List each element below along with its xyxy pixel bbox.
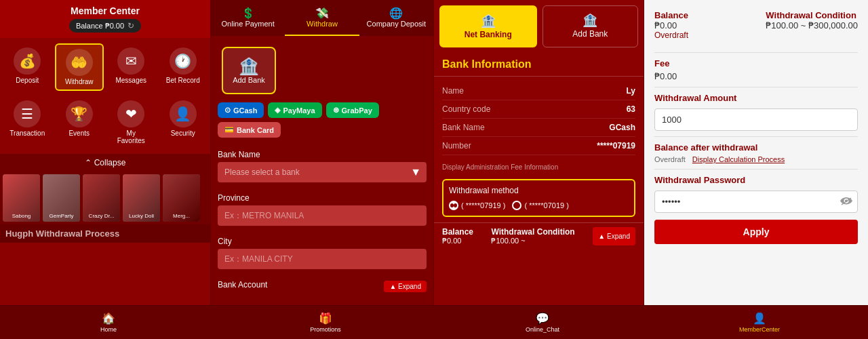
- deposit-label: Deposit: [16, 77, 39, 84]
- radio-label-2: ( *****07019 ): [524, 201, 568, 210]
- game-thumb-crazy-dr[interactable]: Crazy Dr...: [83, 174, 120, 222]
- nav-online-chat-label: Online_Chat: [526, 326, 559, 333]
- bank-expand-label: Expand: [607, 233, 630, 240]
- collapse-bar[interactable]: ⌃ Collapse: [0, 154, 210, 172]
- balance-bar: Balance ₱0.00 ↻: [69, 19, 141, 33]
- watermark-text: Hugph Withdrawal Process: [5, 228, 119, 239]
- fee-label: Fee: [654, 58, 858, 68]
- bank-name-select[interactable]: Please select a bank: [218, 162, 427, 182]
- withdrawal-amount-input[interactable]: [654, 108, 858, 131]
- tab-net-banking[interactable]: 🏦 Net Banking: [439, 5, 537, 47]
- city-label: City: [218, 237, 427, 246]
- admin-fee-link[interactable]: Display Administration Fee Information: [434, 161, 644, 174]
- game-thumb-gemparty[interactable]: GemParty: [43, 174, 80, 222]
- company-deposit-icon: 🌐: [362, 7, 431, 20]
- radio-label-1: ( *****07919 ): [461, 201, 505, 210]
- bank-tabs: 🏦 Net Banking 🏦 Add Bank: [434, 0, 644, 53]
- sidebar-item-events[interactable]: 🏆 Events: [55, 96, 104, 148]
- balance-label-right: Balance: [654, 10, 688, 20]
- bank-balance-value: ₱0.00: [442, 237, 473, 245]
- online-payment-icon: 💲: [214, 7, 282, 20]
- condition-label-right: Withdrawal Condition: [766, 10, 858, 20]
- payment-logo-gcash[interactable]: ⊙ GCash: [218, 102, 264, 118]
- bank-info-val-name: Ly: [626, 86, 635, 96]
- game-thumb-lucky-doll[interactable]: Lucky Doll: [123, 174, 160, 222]
- calc-process-link[interactable]: Display Calculation Process: [692, 155, 785, 163]
- messages-label: Messages: [115, 77, 146, 84]
- paymaya-label: PayMaya: [283, 106, 315, 115]
- withdraw-label: Withdraw: [65, 78, 94, 85]
- province-input[interactable]: [218, 205, 427, 226]
- bank-info-key-country: Country code: [442, 104, 490, 114]
- nav-home[interactable]: 🏠 Home: [0, 306, 217, 339]
- sidebar-item-my-favorites[interactable]: ❤ MyFavorites: [106, 96, 156, 148]
- city-input[interactable]: [218, 249, 427, 269]
- sidebar-item-withdraw[interactable]: 🤲 Withdraw: [55, 43, 104, 91]
- payment-logo-bankcard[interactable]: 💳 Bank Card: [218, 122, 281, 138]
- sidebar-item-bet-record[interactable]: 🕐 Bet Record: [159, 43, 208, 91]
- company-deposit-label: Company Deposit: [367, 20, 426, 28]
- bank-info-row-bankname: Bank Name GCash: [442, 119, 635, 137]
- game-thumb-label-gemparty: GemParty: [49, 213, 73, 219]
- my-favorites-icon: ❤: [117, 100, 144, 127]
- bankcard-label: Bank Card: [237, 126, 274, 134]
- radio-dot-1: [449, 201, 458, 210]
- nav-promotions[interactable]: 🎁 Promotions: [217, 306, 434, 339]
- withdrawal-method-box: Withdrawal method ( *****07919 ) ( *****…: [442, 179, 635, 217]
- radio-option-2[interactable]: ( *****07019 ): [512, 201, 568, 210]
- bank-info-title: Bank Information: [434, 53, 644, 77]
- messages-icon: ✉: [117, 47, 144, 75]
- gcash-icon: ⊙: [224, 106, 231, 115]
- bank-condition-label: Withdrawal Condition: [491, 227, 574, 237]
- nav-member-center-label: MemberCenter: [739, 326, 780, 333]
- bank-name-select-wrapper: Please select a bank ▼: [218, 162, 427, 182]
- province-label: Province: [218, 193, 427, 203]
- sidebar-item-deposit[interactable]: 💰 Deposit: [3, 43, 52, 91]
- balance-after-value: Overdraft: [654, 155, 686, 163]
- sidebar-icons-row2: ☰ Transaction 🏆 Events ❤ MyFavorites 👤 S…: [0, 96, 210, 154]
- nav-member-center[interactable]: 👤 MemberCenter: [651, 306, 868, 339]
- game-thumb-merge[interactable]: Merg...: [163, 174, 200, 222]
- payment-logo-grabpay[interactable]: ⊛ GrabPay: [326, 102, 379, 118]
- paymaya-icon: ◈: [275, 106, 280, 115]
- withdrawal-password-input[interactable]: [654, 191, 858, 213]
- bank-expand-button[interactable]: ▲ Expand: [593, 227, 635, 245]
- balance-value: Balance ₱0.00: [76, 22, 124, 31]
- overdraft-label: Overdraft: [654, 31, 688, 40]
- tab-withdraw[interactable]: 💸 Withdraw: [285, 0, 359, 36]
- game-thumb-label-crazy-dr: Crazy Dr...: [89, 213, 115, 219]
- balance-section-right: Balance ₱0.00 Overdraft: [654, 10, 688, 40]
- member-center-nav-icon: 👤: [753, 312, 766, 325]
- payment-logo-paymaya[interactable]: ◈ PayMaya: [268, 102, 321, 118]
- sidebar-item-security[interactable]: 👤 Security: [159, 96, 208, 148]
- sidebar-item-messages[interactable]: ✉ Messages: [106, 43, 156, 91]
- tab-add-bank[interactable]: 🏦 Add Bank: [542, 5, 639, 47]
- nav-online-chat[interactable]: 💬 Online_Chat: [434, 306, 651, 339]
- add-bank-button[interactable]: 🏦 Add Bank: [222, 47, 276, 94]
- apply-button[interactable]: Apply: [654, 220, 858, 244]
- transaction-label: Transaction: [9, 129, 45, 137]
- expand-button[interactable]: ▲ Expand: [384, 281, 427, 292]
- tab-online-payment[interactable]: 💲 Online Payment: [211, 0, 285, 36]
- home-icon: 🏠: [102, 312, 115, 325]
- game-thumb-sabong[interactable]: Sabong: [3, 174, 40, 222]
- add-bank-tab-icon: 🏦: [550, 13, 631, 28]
- deposit-icon: 💰: [14, 47, 41, 75]
- transaction-icon: ☰: [14, 100, 41, 127]
- condition-section-right: Withdrawal Condition ₱100.00 ~ ₱300,000.…: [766, 10, 858, 31]
- sidebar-item-transaction[interactable]: ☰ Transaction: [3, 96, 52, 148]
- radio-option-1[interactable]: ( *****07919 ): [449, 201, 505, 210]
- online-payment-label: Online Payment: [222, 20, 275, 28]
- refresh-icon[interactable]: ↻: [127, 21, 134, 31]
- divider-4: [654, 169, 858, 170]
- net-banking-icon: 🏦: [448, 14, 529, 28]
- tab-company-deposit[interactable]: 🌐 Company Deposit: [359, 0, 433, 36]
- bank-name-section: Bank Name Please select a bank ▼: [211, 144, 433, 188]
- divider-3: [654, 136, 858, 137]
- radio-options: ( *****07919 ) ( *****07019 ): [449, 201, 629, 210]
- bank-info-val-country: 63: [627, 104, 635, 114]
- game-thumbnails: Sabong GemParty Crazy Dr... Lucky Doll M…: [0, 172, 210, 224]
- bank-name-label: Bank Name: [218, 150, 427, 159]
- province-section: Province: [211, 188, 433, 231]
- eye-icon[interactable]: [840, 197, 852, 207]
